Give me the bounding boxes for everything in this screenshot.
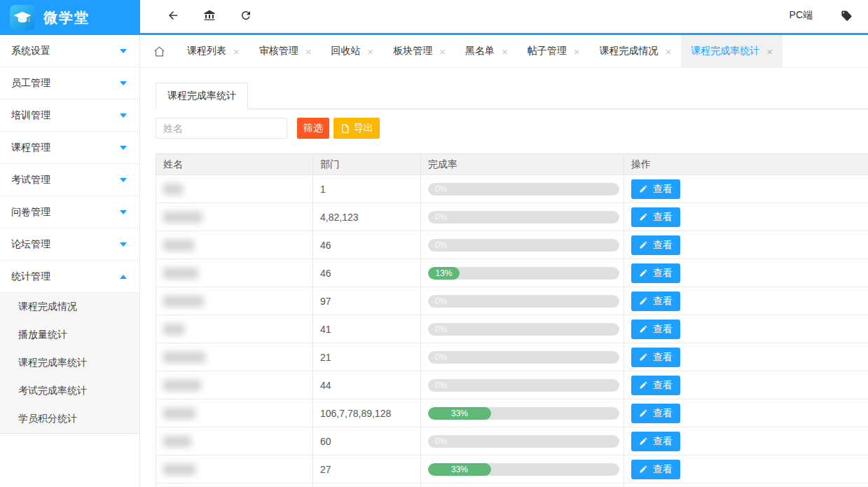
progress-zero-label: 0% xyxy=(435,323,447,336)
cell-name xyxy=(156,175,313,203)
view-button[interactable]: 查看 xyxy=(631,460,680,479)
name-filter-input[interactable] xyxy=(156,118,287,139)
back-icon[interactable] xyxy=(167,9,179,22)
home-icon[interactable] xyxy=(140,35,177,67)
cell-name xyxy=(156,343,313,371)
nav-tab[interactable]: 回收站 × xyxy=(322,35,384,67)
view-button-label: 查看 xyxy=(653,463,673,476)
nav-tab[interactable]: 帖子管理 × xyxy=(518,35,590,67)
filter-button-label: 筛选 xyxy=(303,122,323,135)
sidebar-menu-item[interactable]: 问卷管理 xyxy=(0,196,139,228)
close-icon[interactable]: × xyxy=(574,46,580,57)
table-row: 0% 查看 xyxy=(156,483,868,487)
cell-action: 查看 xyxy=(624,455,868,483)
bank-icon[interactable] xyxy=(203,9,216,22)
table-row: 60 0% 查看 xyxy=(156,427,868,455)
table-row: 97 0% 查看 xyxy=(156,287,868,315)
table-row: 1 0% 查看 xyxy=(156,175,868,203)
sidebar-submenu-item[interactable]: 课程完成情况 xyxy=(0,293,139,321)
view-button[interactable]: 查看 xyxy=(631,404,680,423)
nav-tab[interactable]: 课程完成情况 × xyxy=(590,35,682,67)
cell-dept: 21 xyxy=(313,343,421,371)
column-header-progress: 完成率 xyxy=(421,154,624,175)
nav-tab-label: 审核管理 xyxy=(259,45,298,57)
cell-progress: 0% xyxy=(421,427,624,455)
close-icon[interactable]: × xyxy=(502,46,508,57)
nav-tab[interactable]: 板块管理 × xyxy=(383,35,455,67)
view-button[interactable]: 查看 xyxy=(631,348,680,367)
panel-tab-title[interactable]: 课程完成率统计 xyxy=(156,83,248,109)
view-button[interactable]: 查看 xyxy=(631,376,680,395)
cell-name xyxy=(156,455,313,483)
close-icon[interactable]: × xyxy=(766,46,773,57)
view-button[interactable]: 查看 xyxy=(631,207,680,227)
nav-tab[interactable]: 课程完成率统计 × xyxy=(681,35,783,67)
sidebar-submenu-statistics: 课程完成情况 播放量统计 课程完成率统计 考试完成率统计 学员积分统计 xyxy=(0,293,139,434)
sidebar-menu-item[interactable]: 考试管理 xyxy=(0,164,139,196)
cell-action: 查看 xyxy=(624,175,868,203)
progress-bar: 0% xyxy=(428,239,619,252)
view-button[interactable]: 查看 xyxy=(631,263,680,283)
sidebar-submenu-item[interactable]: 学员积分统计 xyxy=(0,405,139,433)
nav-tab[interactable]: 黑名单 × xyxy=(455,35,518,67)
close-icon[interactable]: × xyxy=(305,46,312,57)
progress-zero-label: 0% xyxy=(435,295,447,308)
sidebar-menu-item[interactable]: 课程管理 xyxy=(0,132,139,164)
sidebar-menu-item[interactable]: 论坛管理 xyxy=(0,228,139,261)
redacted-name xyxy=(163,464,195,475)
pencil-icon xyxy=(639,324,648,334)
sidebar-submenu-item[interactable]: 播放量统计 xyxy=(0,321,139,349)
graduation-cap-icon xyxy=(10,5,35,30)
view-button[interactable]: 查看 xyxy=(631,291,680,311)
close-icon[interactable]: × xyxy=(233,46,240,57)
cell-progress: 0% xyxy=(421,315,624,343)
cell-progress: 33% xyxy=(421,455,624,483)
close-icon[interactable]: × xyxy=(368,46,374,57)
pencil-icon xyxy=(639,409,648,418)
sidebar-submenu-item[interactable]: 考试完成率统计 xyxy=(0,377,139,405)
sidebar-menu-label: 考试管理 xyxy=(11,174,50,186)
cell-action: 查看 xyxy=(624,259,868,287)
view-button-label: 查看 xyxy=(653,267,673,280)
table-row: 44 0% 查看 xyxy=(156,371,868,399)
document-icon xyxy=(340,123,350,134)
pc-mode-label[interactable]: PC端 xyxy=(790,9,813,22)
cell-progress: 0% xyxy=(421,287,624,315)
pencil-icon xyxy=(639,352,648,362)
logo-area[interactable]: 微学堂 xyxy=(0,0,140,35)
brand-name: 微学堂 xyxy=(43,8,90,27)
sidebar-menu-item[interactable]: 员工管理 xyxy=(0,67,139,100)
redacted-name xyxy=(163,268,198,279)
view-button[interactable]: 查看 xyxy=(631,235,680,255)
filter-button[interactable]: 筛选 xyxy=(297,118,329,139)
cell-dept: 106,7,78,89,128 xyxy=(313,399,421,427)
view-button[interactable]: 查看 xyxy=(631,320,680,339)
cell-dept: 4,82,123 xyxy=(313,203,421,231)
export-button[interactable]: 导出 xyxy=(333,118,380,139)
table-header-row: 姓名 部门 完成率 操作 xyxy=(156,154,868,175)
progress-bar: 0% xyxy=(428,211,619,224)
nav-tab[interactable]: 课程列表 × xyxy=(177,35,249,67)
sidebar-menu-label: 统计管理 xyxy=(11,270,50,283)
cell-action: 查看 xyxy=(624,315,868,343)
cell-dept: 46 xyxy=(313,259,421,287)
close-icon[interactable]: × xyxy=(439,46,446,57)
refresh-icon[interactable] xyxy=(240,9,252,22)
sidebar-submenu-item[interactable]: 课程完成率统计 xyxy=(0,349,139,377)
nav-tab[interactable]: 审核管理 × xyxy=(249,35,322,67)
view-button[interactable]: 查看 xyxy=(631,432,680,451)
nav-tab-label: 帖子管理 xyxy=(528,45,567,57)
sidebar-menu-item[interactable]: 系统设置 xyxy=(0,35,139,67)
view-button-label: 查看 xyxy=(653,183,673,196)
sidebar-menu-item[interactable]: 培训管理 xyxy=(0,100,139,132)
close-icon[interactable]: × xyxy=(666,46,672,57)
cell-action: 查看 xyxy=(624,427,868,455)
cell-progress: 33% xyxy=(421,399,624,427)
view-button-label: 查看 xyxy=(653,351,673,364)
tag-icon[interactable] xyxy=(841,10,853,22)
cell-dept: 60 xyxy=(313,427,421,455)
view-button-label: 查看 xyxy=(653,295,673,308)
view-button[interactable]: 查看 xyxy=(631,179,680,199)
chevron-icon xyxy=(120,114,127,118)
sidebar-menu-item[interactable]: 统计管理 xyxy=(0,261,139,293)
